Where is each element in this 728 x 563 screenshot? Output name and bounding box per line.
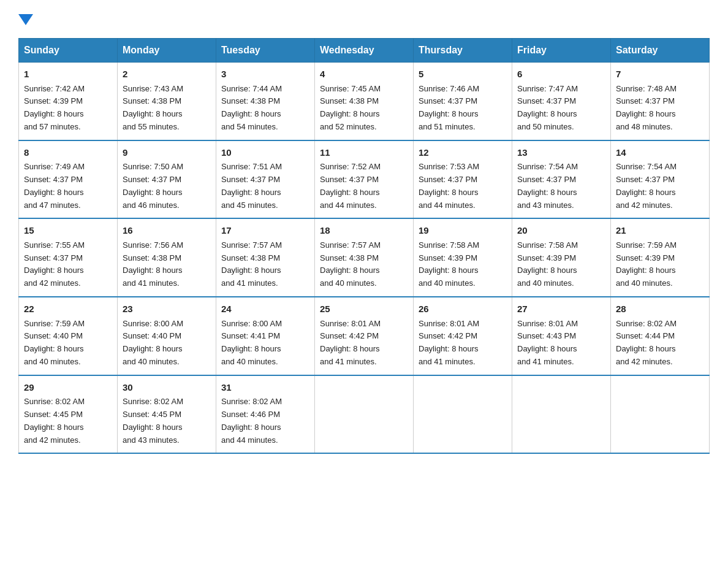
- day-cell: 8Sunrise: 7:49 AMSunset: 4:37 PMDaylight…: [19, 140, 118, 219]
- day-cell: 9Sunrise: 7:50 AMSunset: 4:37 PMDaylight…: [118, 140, 216, 219]
- calendar-header: SundayMondayTuesdayWednesdayThursdayFrid…: [19, 39, 710, 63]
- day-cell: 24Sunrise: 8:00 AMSunset: 4:41 PMDayligh…: [216, 297, 315, 375]
- day-number: 20: [517, 224, 605, 238]
- week-row-4: 22Sunrise: 7:59 AMSunset: 4:40 PMDayligh…: [19, 297, 710, 375]
- day-number: 22: [24, 302, 112, 316]
- day-info: Sunrise: 8:02 AMSunset: 4:45 PMDaylight:…: [24, 397, 85, 444]
- day-info: Sunrise: 7:57 AMSunset: 4:38 PMDaylight:…: [320, 240, 381, 288]
- week-row-3: 15Sunrise: 7:55 AMSunset: 4:37 PMDayligh…: [19, 218, 710, 297]
- day-info: Sunrise: 8:01 AMSunset: 4:42 PMDaylight:…: [320, 319, 381, 366]
- day-number: 23: [123, 302, 211, 316]
- day-info: Sunrise: 7:50 AMSunset: 4:37 PMDaylight:…: [123, 162, 183, 209]
- day-info: Sunrise: 8:01 AMSunset: 4:42 PMDaylight:…: [419, 319, 479, 366]
- day-info: Sunrise: 7:49 AMSunset: 4:37 PMDaylight:…: [24, 162, 85, 209]
- day-cell: 18Sunrise: 7:57 AMSunset: 4:38 PMDayligh…: [315, 218, 414, 297]
- day-info: Sunrise: 8:00 AMSunset: 4:41 PMDaylight:…: [221, 319, 282, 366]
- day-number: 1: [24, 67, 112, 82]
- day-cell: 28Sunrise: 8:02 AMSunset: 4:44 PMDayligh…: [611, 297, 710, 375]
- day-info: Sunrise: 7:44 AMSunset: 4:38 PMDaylight:…: [221, 84, 282, 131]
- week-row-5: 29Sunrise: 8:02 AMSunset: 4:45 PMDayligh…: [19, 375, 710, 454]
- day-info: Sunrise: 7:47 AMSunset: 4:37 PMDaylight:…: [517, 84, 578, 131]
- day-header-friday: Friday: [512, 39, 611, 63]
- day-cell: 22Sunrise: 7:59 AMSunset: 4:40 PMDayligh…: [19, 297, 118, 375]
- day-info: Sunrise: 7:48 AMSunset: 4:37 PMDaylight:…: [616, 84, 677, 131]
- day-info: Sunrise: 8:00 AMSunset: 4:40 PMDaylight:…: [123, 319, 183, 366]
- day-info: Sunrise: 8:01 AMSunset: 4:43 PMDaylight:…: [517, 319, 578, 366]
- day-info: Sunrise: 7:55 AMSunset: 4:37 PMDaylight:…: [24, 240, 85, 288]
- day-number: 16: [123, 224, 211, 238]
- day-number: 18: [320, 224, 408, 238]
- day-cell: 11Sunrise: 7:52 AMSunset: 4:37 PMDayligh…: [315, 140, 414, 219]
- day-number: 14: [616, 146, 704, 160]
- day-cell: 29Sunrise: 8:02 AMSunset: 4:45 PMDayligh…: [19, 375, 118, 454]
- day-number: 5: [419, 67, 507, 82]
- day-number: 25: [320, 302, 408, 316]
- day-number: 15: [24, 224, 112, 238]
- day-header-tuesday: Tuesday: [216, 39, 315, 63]
- day-info: Sunrise: 7:45 AMSunset: 4:38 PMDaylight:…: [320, 84, 381, 131]
- day-cell: 12Sunrise: 7:53 AMSunset: 4:37 PMDayligh…: [414, 140, 512, 219]
- day-number: 4: [320, 67, 408, 82]
- day-header-thursday: Thursday: [414, 39, 512, 63]
- day-cell: 5Sunrise: 7:46 AMSunset: 4:37 PMDaylight…: [414, 63, 512, 140]
- day-number: 12: [419, 146, 507, 160]
- day-cell: 26Sunrise: 8:01 AMSunset: 4:42 PMDayligh…: [414, 297, 512, 375]
- day-number: 29: [24, 381, 112, 395]
- day-number: 7: [616, 67, 704, 82]
- day-cell: 16Sunrise: 7:56 AMSunset: 4:38 PMDayligh…: [118, 218, 216, 297]
- day-cell: 21Sunrise: 7:59 AMSunset: 4:39 PMDayligh…: [611, 218, 710, 297]
- day-cell: 3Sunrise: 7:44 AMSunset: 4:38 PMDaylight…: [216, 63, 315, 140]
- day-info: Sunrise: 7:54 AMSunset: 4:37 PMDaylight:…: [616, 162, 677, 209]
- day-number: 24: [221, 302, 309, 316]
- day-header-wednesday: Wednesday: [315, 39, 414, 63]
- day-info: Sunrise: 7:52 AMSunset: 4:37 PMDaylight:…: [320, 162, 381, 209]
- day-cell: 2Sunrise: 7:43 AMSunset: 4:38 PMDaylight…: [118, 63, 216, 140]
- day-number: 28: [616, 302, 704, 316]
- day-cell: 4Sunrise: 7:45 AMSunset: 4:38 PMDaylight…: [315, 63, 414, 140]
- day-info: Sunrise: 7:58 AMSunset: 4:39 PMDaylight:…: [419, 240, 479, 288]
- day-number: 10: [221, 146, 309, 160]
- day-info: Sunrise: 7:42 AMSunset: 4:39 PMDaylight:…: [24, 84, 85, 131]
- day-number: 3: [221, 67, 309, 82]
- day-info: Sunrise: 7:59 AMSunset: 4:39 PMDaylight:…: [616, 240, 677, 288]
- day-info: Sunrise: 8:02 AMSunset: 4:46 PMDaylight:…: [221, 397, 282, 444]
- day-info: Sunrise: 7:51 AMSunset: 4:37 PMDaylight:…: [221, 162, 282, 209]
- day-cell: 17Sunrise: 7:57 AMSunset: 4:38 PMDayligh…: [216, 218, 315, 297]
- day-number: 13: [517, 146, 605, 160]
- day-header-monday: Monday: [118, 39, 216, 63]
- day-number: 11: [320, 146, 408, 160]
- day-cell: 15Sunrise: 7:55 AMSunset: 4:37 PMDayligh…: [19, 218, 118, 297]
- day-info: Sunrise: 7:43 AMSunset: 4:38 PMDaylight:…: [123, 84, 183, 131]
- day-cell: 1Sunrise: 7:42 AMSunset: 4:39 PMDaylight…: [19, 63, 118, 140]
- day-cell: 19Sunrise: 7:58 AMSunset: 4:39 PMDayligh…: [414, 218, 512, 297]
- day-info: Sunrise: 7:53 AMSunset: 4:37 PMDaylight:…: [419, 162, 479, 209]
- day-cell: 7Sunrise: 7:48 AMSunset: 4:37 PMDaylight…: [611, 63, 710, 140]
- day-number: 8: [24, 146, 112, 160]
- day-number: 2: [123, 67, 211, 82]
- days-of-week-row: SundayMondayTuesdayWednesdayThursdayFrid…: [19, 39, 710, 63]
- logo-arrow-icon: [18, 14, 33, 25]
- day-cell: 6Sunrise: 7:47 AMSunset: 4:37 PMDaylight…: [512, 63, 611, 140]
- day-info: Sunrise: 7:56 AMSunset: 4:38 PMDaylight:…: [123, 240, 183, 288]
- calendar-body: 1Sunrise: 7:42 AMSunset: 4:39 PMDaylight…: [19, 63, 710, 454]
- day-cell: 25Sunrise: 8:01 AMSunset: 4:42 PMDayligh…: [315, 297, 414, 375]
- day-number: 19: [419, 224, 507, 238]
- day-cell: [512, 375, 611, 454]
- day-header-sunday: Sunday: [19, 39, 118, 63]
- logo: [18, 12, 31, 27]
- day-number: 9: [123, 146, 211, 160]
- day-cell: 31Sunrise: 8:02 AMSunset: 4:46 PMDayligh…: [216, 375, 315, 454]
- day-cell: 13Sunrise: 7:54 AMSunset: 4:37 PMDayligh…: [512, 140, 611, 219]
- week-row-2: 8Sunrise: 7:49 AMSunset: 4:37 PMDaylight…: [19, 140, 710, 219]
- day-number: 21: [616, 224, 704, 238]
- day-number: 30: [123, 381, 211, 395]
- day-cell: 14Sunrise: 7:54 AMSunset: 4:37 PMDayligh…: [611, 140, 710, 219]
- week-row-1: 1Sunrise: 7:42 AMSunset: 4:39 PMDaylight…: [19, 63, 710, 140]
- day-info: Sunrise: 7:54 AMSunset: 4:37 PMDaylight:…: [517, 162, 578, 209]
- day-header-saturday: Saturday: [611, 39, 710, 63]
- day-cell: 23Sunrise: 8:00 AMSunset: 4:40 PMDayligh…: [118, 297, 216, 375]
- day-cell: [414, 375, 512, 454]
- day-cell: 27Sunrise: 8:01 AMSunset: 4:43 PMDayligh…: [512, 297, 611, 375]
- calendar-table: SundayMondayTuesdayWednesdayThursdayFrid…: [18, 38, 710, 454]
- day-info: Sunrise: 7:59 AMSunset: 4:40 PMDaylight:…: [24, 319, 85, 366]
